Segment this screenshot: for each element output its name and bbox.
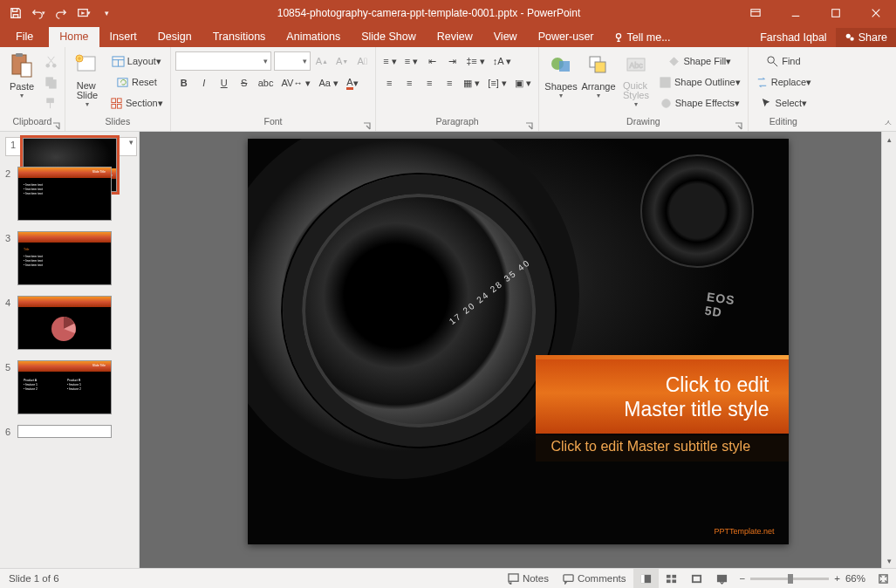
svg-rect-18 [112, 98, 116, 102]
font-size-select[interactable] [274, 51, 311, 71]
undo-icon[interactable]: ▾ [28, 3, 49, 24]
slide-thumbnail-pane[interactable]: 1Click to editMaster title style 2Slide … [0, 132, 140, 568]
slide-sorter-view-icon[interactable] [659, 569, 684, 588]
group-label: Paragraph [436, 116, 479, 126]
svg-rect-42 [716, 574, 726, 581]
tab-design[interactable]: Design [147, 27, 202, 47]
current-slide[interactable]: 17 20 24 28 35 40 EOS 5D Click to edit M… [248, 139, 789, 544]
line-spacing-icon: ‡≡ ▾ [463, 51, 488, 71]
svg-point-5 [850, 38, 853, 41]
tab-slideshow[interactable]: Slide Show [351, 27, 427, 47]
quick-styles-button: AbcQuick Styles▾ [619, 50, 653, 107]
svg-rect-37 [672, 574, 676, 578]
cut-icon [42, 51, 60, 71]
font-family-select[interactable] [175, 51, 271, 71]
group-font: A▲ A▼ A⃥ B I U S abc AV↔ ▾ Aa ▾ A ▾ Font [171, 47, 377, 131]
account-user[interactable]: Farshad Iqbal [751, 28, 835, 47]
dialog-launcher-icon[interactable] [525, 121, 534, 130]
find-button[interactable]: Find [753, 51, 814, 71]
new-slide-button[interactable]: New Slide▾ [70, 50, 105, 107]
svg-rect-23 [559, 61, 570, 72]
tab-home[interactable]: Home [49, 27, 99, 47]
tab-review[interactable]: Review [427, 27, 483, 47]
shape-outline-button: Shape Outline ▾ [656, 72, 743, 92]
bullets-icon: ≡ ▾ [380, 51, 399, 71]
shapes-button[interactable]: Shapes▾ [544, 50, 578, 99]
redo-icon[interactable] [51, 3, 72, 24]
thumbnail-2[interactable]: 2Slide Title• line item text• line item … [5, 167, 137, 221]
dialog-launcher-icon[interactable] [362, 121, 371, 130]
vertical-scrollbar[interactable]: ▴▾ [881, 132, 896, 568]
format-painter-icon [42, 93, 60, 113]
minimize-icon[interactable] [776, 0, 816, 25]
svg-rect-21 [117, 104, 121, 108]
save-icon[interactable] [5, 3, 26, 24]
tell-me[interactable]: Tell me... [605, 28, 680, 47]
decrease-indent-icon: ⇤ [423, 51, 441, 71]
smartart-icon: ▣ ▾ [512, 73, 534, 92]
svg-rect-8 [21, 63, 31, 77]
window-controls [735, 0, 896, 25]
normal-view-icon[interactable] [633, 569, 659, 588]
collapse-ribbon-icon[interactable]: ㅅ [884, 117, 893, 129]
notes-button[interactable]: Notes [501, 569, 556, 588]
reading-view-icon[interactable] [684, 569, 709, 588]
window-title: 10854-photography-camera-ppt-template-00… [122, 7, 735, 19]
replace-button[interactable]: Replace ▾ [753, 72, 814, 92]
justify-icon: ≡ [441, 73, 458, 92]
slideshow-view-icon[interactable] [709, 569, 735, 588]
camera-model-label: EOS 5D [704, 290, 736, 321]
svg-point-9 [46, 64, 50, 67]
columns-icon: ▦ ▾ [461, 73, 482, 92]
strikethrough-icon: S [236, 73, 253, 92]
watermark: PPTTemplate.net [714, 527, 774, 536]
dialog-launcher-icon[interactable] [51, 121, 60, 130]
svg-rect-13 [47, 98, 54, 102]
section-button[interactable]: Section ▾ [107, 93, 166, 113]
ribbon-display-icon[interactable] [735, 0, 776, 25]
comments-button[interactable]: Comments [556, 569, 633, 588]
dialog-launcher-icon[interactable] [735, 121, 743, 130]
zoom-percent[interactable]: 66% [845, 573, 865, 584]
maximize-icon[interactable] [816, 0, 856, 25]
svg-rect-2 [832, 9, 840, 17]
svg-rect-41 [693, 576, 699, 581]
paste-button[interactable]: Paste▾ [4, 50, 39, 99]
tab-animations[interactable]: Animations [276, 27, 351, 47]
tab-transitions[interactable]: Transitions [202, 27, 277, 47]
ribbon-tabs: File Home Insert Design Transitions Anim… [0, 25, 896, 47]
zoom-in-icon[interactable]: + [834, 573, 840, 584]
svg-text:Abc: Abc [629, 61, 643, 70]
ribbon: Paste▾ Clipboard New Slide▾ Layout ▾ Res… [0, 47, 896, 132]
tab-view[interactable]: View [483, 27, 528, 47]
tab-insert[interactable]: Insert [99, 27, 147, 47]
select-button[interactable]: Select ▾ [753, 93, 814, 113]
thumbnail-4[interactable]: 4 [5, 296, 137, 350]
thumbnail-1[interactable]: 1Click to editMaster title style [5, 137, 137, 156]
start-from-beginning-icon[interactable]: ▾ [73, 3, 94, 24]
slide-counter[interactable]: Slide 1 of 6 [0, 573, 68, 584]
increase-indent-icon: ⇥ [443, 51, 461, 71]
zoom-out-icon[interactable]: − [740, 573, 746, 584]
tab-poweruser[interactable]: Power-user [528, 27, 605, 47]
tab-file[interactable]: File [0, 27, 49, 47]
status-bar: Slide 1 of 6 Notes Comments − + 66% [0, 568, 896, 588]
qat-customize-icon[interactable]: ▾ [96, 3, 117, 24]
group-label: Clipboard [13, 116, 52, 126]
layout-button[interactable]: Layout ▾ [107, 51, 166, 71]
zoom-slider[interactable] [750, 578, 829, 580]
close-icon[interactable] [856, 0, 896, 25]
clear-formatting-icon: A⃥ [353, 51, 371, 71]
thumbnail-5[interactable]: 5Slide TitleProduct A• feature 1• featur… [5, 360, 137, 414]
share-button[interactable]: Share [836, 28, 896, 47]
thumbnail-6[interactable]: 6 [5, 425, 137, 438]
title-placeholder[interactable]: Click to edit Master title style [624, 359, 769, 434]
arrange-button[interactable]: Arrange▾ [581, 50, 616, 99]
align-right-icon: ≡ [421, 73, 438, 92]
fit-to-window-icon[interactable] [871, 569, 896, 588]
slide-editor[interactable]: 17 20 24 28 35 40 EOS 5D Click to edit M… [140, 132, 896, 568]
subtitle-placeholder[interactable]: Click to edit Master subtitle style [551, 439, 751, 455]
thumbnail-3[interactable]: 3Title• line item text• line item text• … [5, 231, 137, 285]
reset-button[interactable]: Reset [107, 72, 166, 92]
svg-point-29 [662, 99, 670, 106]
